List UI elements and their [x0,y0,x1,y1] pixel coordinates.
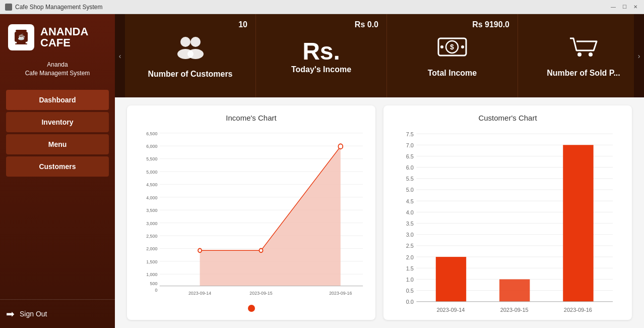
today-income-icon: Rs. [302,37,340,65]
income-chart-container: Income's Chart [127,105,375,320]
bar-3 [563,145,593,302]
minimize-button[interactable]: — [610,4,617,11]
nav-customers[interactable]: Customers [6,156,109,177]
customer-chart-svg: 7.5 7.0 6.5 6.0 5.5 5.0 4.5 4.0 3.5 3.0 … [392,128,624,324]
svg-point-44 [198,248,202,252]
svg-text:0.0: 0.0 [406,299,414,305]
income-legend-item [248,305,255,312]
svg-text:$: $ [450,43,454,51]
stat-card-customers: 10 Number of Customers [125,14,256,97]
brand-line2: Cafe Managemt System [5,69,110,78]
nav-menu[interactable]: Menu [6,134,109,154]
svg-text:5.5: 5.5 [406,176,414,182]
svg-point-12 [440,45,443,48]
svg-text:3.5: 3.5 [406,221,414,227]
svg-text:4.0: 4.0 [406,209,414,215]
customer-chart-title: Customer's Chart [392,114,624,122]
svg-point-8 [187,49,204,59]
today-income-value: Rs 0.0 [355,20,378,29]
svg-text:2023-09-16: 2023-09-16 [329,291,352,296]
main-content: ‹ 10 Number of Customers [115,14,644,328]
svg-text:7.5: 7.5 [406,131,414,137]
income-chart-inner: 6,500 6,000 5,500 5,000 4,500 4,000 3,50… [135,128,367,301]
svg-text:5,500: 5,500 [146,156,157,161]
logo-line2: CAFE [40,37,88,48]
sidebar-logo: ☕ ANANDA CAFE [0,14,115,61]
svg-text:5,000: 5,000 [146,170,157,175]
customer-chart-inner: 7.5 7.0 6.5 6.0 5.5 5.0 4.5 4.0 3.5 3.0 … [392,128,624,324]
sign-out-label: Sign Out [20,310,47,318]
stats-bar: ‹ 10 Number of Customers [115,14,644,97]
svg-text:3.0: 3.0 [406,232,414,238]
svg-point-15 [589,52,593,57]
svg-text:2,000: 2,000 [146,246,157,251]
income-chart-title: Income's Chart [135,114,367,122]
sold-label: Number of Sold P... [547,69,620,78]
svg-text:500: 500 [150,281,158,286]
income-chart-legend [135,305,367,312]
customers-value: 10 [238,20,247,29]
svg-rect-3 [15,43,27,44]
window-controls: — ☐ ✕ [610,4,639,11]
bar-1 [436,257,466,302]
svg-point-5 [180,37,190,47]
sold-icon [567,34,600,65]
brand-line1: Ananda [5,61,110,69]
svg-text:5.0: 5.0 [406,187,414,193]
nav-dashboard[interactable]: Dashboard [6,90,109,110]
scroll-left-btn[interactable]: ‹ [115,14,125,97]
sign-out-button[interactable]: ➡ Sign Out [6,308,109,320]
app-icon [5,4,12,11]
svg-rect-0 [16,30,27,32]
svg-text:1,500: 1,500 [146,259,157,264]
svg-text:2,500: 2,500 [146,234,157,239]
svg-text:6,000: 6,000 [146,144,157,149]
total-income-label: Total Income [428,69,477,78]
svg-text:2023-09-15: 2023-09-15 [249,291,272,296]
svg-text:7.0: 7.0 [406,142,414,148]
nav-inventory[interactable]: Inventory [6,112,109,132]
svg-text:2023-09-14: 2023-09-14 [188,291,211,296]
svg-text:6.0: 6.0 [406,165,414,171]
stat-card-today-income: Rs 0.0 Rs. Today's Income [256,14,387,97]
customer-chart-container: Customer's Chart [383,105,632,320]
app-title: Cafe Shop Management System [15,4,102,11]
sidebar-nav: Dashboard Inventory Menu Customers [0,86,115,299]
svg-text:0: 0 [155,288,157,293]
svg-marker-43 [200,146,341,286]
svg-text:2.0: 2.0 [406,254,414,260]
logo-text: ANANDA CAFE [40,26,88,48]
income-chart-svg: 6,500 6,000 5,500 5,000 4,500 4,000 3,50… [135,128,367,301]
sign-out-icon: ➡ [6,308,15,320]
sidebar: ☕ ANANDA CAFE Ananda Cafe Managemt Syste… [0,14,115,328]
svg-text:0.5: 0.5 [406,288,414,294]
svg-text:4,500: 4,500 [146,182,157,187]
svg-point-13 [461,45,464,48]
svg-point-45 [259,248,263,252]
svg-text:6,500: 6,500 [146,131,157,136]
svg-text:4,000: 4,000 [146,195,157,200]
svg-point-46 [338,144,343,149]
svg-text:1,000: 1,000 [146,272,157,277]
svg-text:3,000: 3,000 [146,221,157,226]
svg-text:6.5: 6.5 [406,153,414,159]
svg-point-6 [190,37,201,47]
today-income-label: Today's Income [291,65,351,74]
sidebar-footer: ➡ Sign Out [0,299,115,328]
svg-text:2023-09-15: 2023-09-15 [500,307,529,313]
close-button[interactable]: ✕ [632,4,639,11]
scroll-right-btn[interactable]: › [634,14,644,97]
svg-rect-2 [17,42,26,43]
svg-text:2023-09-16: 2023-09-16 [564,307,592,313]
bar-2 [499,279,530,301]
maximize-button[interactable]: ☐ [621,4,628,11]
total-income-icon: $ [436,34,469,65]
svg-text:2.5: 2.5 [406,243,414,249]
logo-line1: ANANDA [40,26,88,37]
svg-point-14 [577,52,582,57]
stat-card-total-income: Rs 9190.0 $ Total Income [387,14,518,97]
svg-text:1.5: 1.5 [406,265,414,271]
income-legend-dot [248,305,255,312]
title-bar: Cafe Shop Management System — ☐ ✕ [0,0,644,14]
charts-area: Income's Chart [115,97,644,328]
